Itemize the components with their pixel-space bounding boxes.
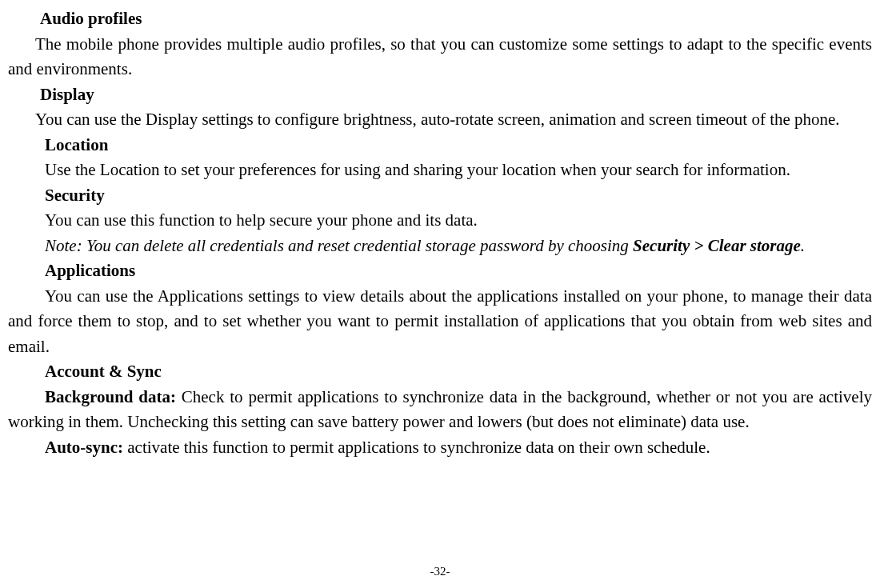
heading-applications: Applications xyxy=(8,258,872,284)
para-auto-sync: Auto-sync: activate this function to per… xyxy=(8,435,872,461)
para-security: You can use this function to help secure… xyxy=(8,208,872,234)
para-audio-profiles: The mobile phone provides multiple audio… xyxy=(8,32,872,82)
note-bold: Security > Clear storage xyxy=(633,236,801,255)
auto-label: Auto-sync: xyxy=(45,438,127,457)
note-prefix: Note: You can delete all credentials and… xyxy=(45,236,633,255)
heading-security: Security xyxy=(8,183,872,209)
para-applications: You can use the Applications settings to… xyxy=(8,284,872,360)
page-number: -32- xyxy=(0,562,880,581)
bg-label: Background data: xyxy=(45,387,182,406)
heading-account-sync: Account & Sync xyxy=(8,359,872,385)
para-security-note: Note: You can delete all credentials and… xyxy=(8,234,872,259)
heading-display: Display xyxy=(8,82,872,108)
heading-location: Location xyxy=(8,133,872,158)
heading-audio-profiles: Audio profiles xyxy=(8,6,872,32)
note-suffix: . xyxy=(801,236,805,255)
auto-body: activate this function to permit applica… xyxy=(127,438,710,457)
para-display: You can use the Display settings to conf… xyxy=(8,107,872,133)
para-location: Use the Location to set your preferences… xyxy=(8,158,872,183)
document-content: Audio profiles The mobile phone provides… xyxy=(8,6,872,460)
para-background-data: Background data: Check to permit applica… xyxy=(8,385,872,435)
